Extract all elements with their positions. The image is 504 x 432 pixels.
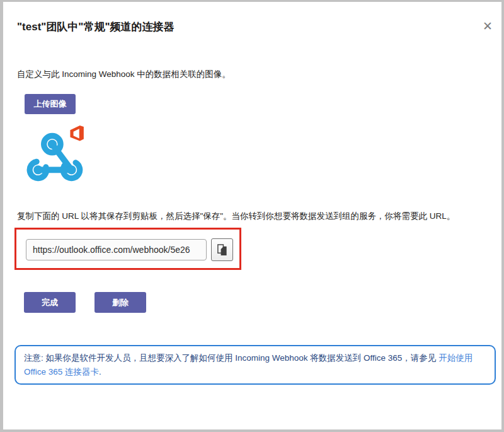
office-logo-icon <box>70 126 83 141</box>
copy-icon <box>216 243 228 257</box>
upload-image-button[interactable]: 上传图像 <box>25 94 76 114</box>
url-highlight-box <box>14 228 241 270</box>
incoming-webhook-icon <box>24 124 88 189</box>
copy-button[interactable] <box>211 238 233 261</box>
webhook-url-input[interactable] <box>26 239 207 260</box>
close-icon[interactable]: ✕ <box>480 18 495 33</box>
done-button[interactable]: 完成 <box>24 292 76 313</box>
note-text-prefix: 注意: 如果你是软件开发人员，且想要深入了解如何使用 Incoming Webh… <box>24 353 438 363</box>
note-text-suffix: . <box>99 367 101 377</box>
image-description: 自定义与此 Incoming Webhook 中的数据相关联的图像。 <box>17 68 231 81</box>
url-description: 复制下面的 URL 以将其保存到剪贴板，然后选择"保存"。当你转到你想要将数据发… <box>17 210 490 223</box>
connector-dialog: "test"团队中"常规"频道的连接器 ✕ 自定义与此 Incoming Web… <box>0 0 504 432</box>
dialog-title: "test"团队中"常规"频道的连接器 <box>17 20 174 34</box>
delete-button[interactable]: 删除 <box>94 292 146 313</box>
note-box: 注意: 如果你是软件开发人员，且想要深入了解如何使用 Incoming Webh… <box>14 345 496 385</box>
